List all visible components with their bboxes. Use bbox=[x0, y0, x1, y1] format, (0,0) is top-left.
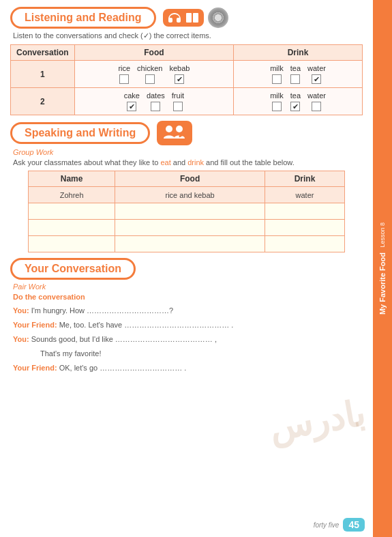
conversation-lines: You: I'm hungry. How ……………………………?Your Fr… bbox=[13, 304, 363, 375]
speaking-icon bbox=[162, 124, 187, 143]
nfd-cell bbox=[28, 236, 115, 252]
conv-text: OK, let's go …………………………… . bbox=[59, 364, 187, 372]
svg-point-4 bbox=[176, 126, 183, 132]
conversation-header: Your Conversation bbox=[10, 258, 136, 280]
cd-icon bbox=[208, 8, 228, 28]
checkbox-item: cake bbox=[124, 91, 140, 111]
list-item: Your Friend: Me, too. Let's have …………………… bbox=[13, 318, 363, 332]
conv-text: I'm hungry. How ……………………………? bbox=[31, 306, 173, 315]
nfd-cell bbox=[265, 236, 344, 252]
food-cell: ricechickenkebab bbox=[74, 61, 233, 88]
table-row: 1 bbox=[11, 61, 75, 88]
list-item: You: Sounds good, but I'd like ………………………… bbox=[13, 332, 363, 347]
page-number-area: forty five 45 bbox=[314, 518, 365, 532]
book-icon bbox=[185, 12, 200, 24]
listening-header: Listening and Reading bbox=[10, 7, 156, 29]
svg-rect-1 bbox=[193, 13, 198, 23]
headphones-icon bbox=[167, 12, 182, 24]
speaker-label: You: bbox=[13, 306, 29, 315]
nfd-col-food: Food bbox=[115, 171, 265, 187]
table-row: 2 bbox=[11, 88, 75, 115]
checkbox-item: tea bbox=[290, 91, 301, 111]
speaker-label: Your Friend: bbox=[13, 364, 57, 372]
speaker-label: Your Friend: bbox=[13, 321, 57, 329]
listening-table: Conversation Food Drink 1ricechickenkeba… bbox=[10, 44, 363, 115]
checkbox-item: kebab bbox=[169, 64, 190, 84]
food-cell: cakedatesfruit bbox=[74, 88, 233, 115]
listening-icons-wrap bbox=[163, 9, 204, 27]
speaking-header: Speaking and Writing bbox=[10, 122, 150, 144]
speaking-instruction: Ask your classmates about what they like… bbox=[13, 158, 363, 166]
nfd-col-drink: Drink bbox=[265, 171, 344, 187]
speaking-icon-wrap bbox=[157, 121, 192, 145]
do-conversation-label: Do the conversation bbox=[13, 293, 363, 301]
checkbox-item: chicken bbox=[137, 64, 162, 84]
nfd-cell bbox=[28, 220, 115, 236]
watermark: بادرس bbox=[266, 392, 367, 450]
svg-rect-0 bbox=[186, 13, 192, 23]
drink-cell: milkteawater bbox=[234, 88, 363, 115]
conversation-section: Your Conversation Pair Work Do the conve… bbox=[10, 258, 363, 375]
conv-text: Me, too. Let's have …………………………………… . bbox=[59, 321, 234, 329]
checkbox-item: rice bbox=[118, 64, 130, 84]
speaker-label: You: bbox=[13, 335, 29, 343]
checkbox-item: water bbox=[307, 91, 326, 111]
svg-point-3 bbox=[166, 126, 172, 132]
listening-section: Listening and Reading Liste bbox=[10, 7, 363, 115]
checkbox-item: dates bbox=[147, 91, 165, 111]
nfd-table: Name Food Drink Zohrehrice and kebabwate… bbox=[28, 171, 345, 252]
nfd-cell: water bbox=[265, 187, 344, 203]
nfd-cell bbox=[28, 203, 115, 220]
list-item: That's my favorite! bbox=[13, 347, 363, 361]
page-num-badge: 45 bbox=[343, 518, 365, 532]
nfd-cell bbox=[115, 220, 265, 236]
nfd-col-name: Name bbox=[28, 171, 115, 187]
nfd-cell bbox=[265, 203, 344, 220]
pair-work-label: Pair Work bbox=[13, 282, 363, 291]
col-drink: Drink bbox=[234, 45, 363, 61]
drink-cell: milkteawater bbox=[234, 61, 363, 88]
nfd-cell: rice and kebab bbox=[115, 187, 265, 203]
nfd-cell bbox=[265, 220, 344, 236]
checkbox-item: milk bbox=[270, 64, 284, 84]
list-item: You: I'm hungry. How ……………………………? bbox=[13, 304, 363, 318]
list-item: Your Friend: OK, let's go …………………………… . bbox=[13, 361, 363, 375]
checkbox-item: tea bbox=[290, 64, 301, 84]
conv-text: Sounds good, but I'd like ………………………………… … bbox=[31, 335, 217, 343]
checkbox-item: milk bbox=[270, 91, 284, 111]
side-tab: Lesson 8 My Favorite Food bbox=[373, 0, 392, 537]
chapter-title: My Favorite Food bbox=[378, 252, 387, 315]
page-num-text: forty five bbox=[314, 521, 340, 529]
lesson-label: Lesson 8 bbox=[379, 222, 386, 248]
col-food: Food bbox=[74, 45, 233, 61]
nfd-cell bbox=[115, 236, 265, 252]
listening-instruction: Listen to the conversations and check (✓… bbox=[13, 31, 363, 40]
checkbox-item: water bbox=[307, 64, 326, 84]
speaking-section: Speaking and Writing Group Work Ask your… bbox=[10, 121, 363, 252]
nfd-cell bbox=[115, 203, 265, 220]
nfd-cell: Zohreh bbox=[28, 187, 115, 203]
checkbox-item: fruit bbox=[172, 91, 184, 111]
col-conversation: Conversation bbox=[11, 45, 75, 61]
group-work-label: Group Work bbox=[13, 148, 363, 156]
conv-text: That's my favorite! bbox=[40, 349, 102, 358]
